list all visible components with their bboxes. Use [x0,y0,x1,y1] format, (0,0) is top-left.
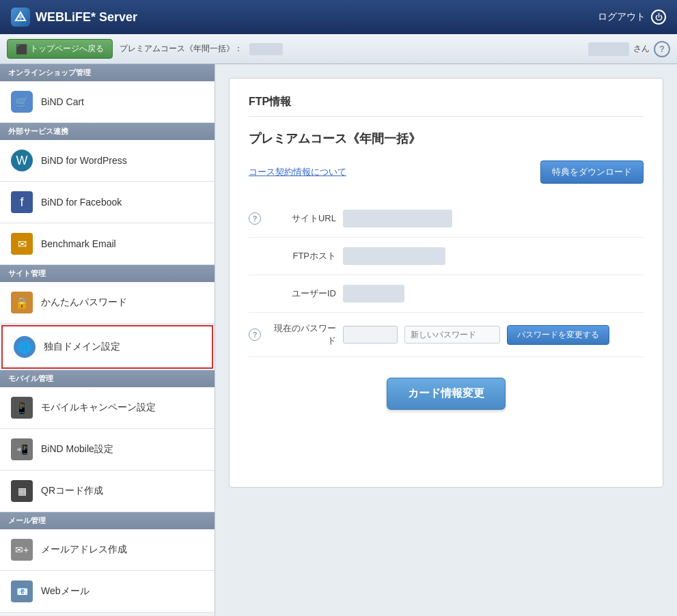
password-label: 現在のパスワード [268,322,336,347]
qr-icon: ▦ [11,480,33,502]
sidebar-item-bind-facebook[interactable]: f BiND for Facebook [0,182,215,223]
svg-point-1 [18,15,23,19]
header: WEBLiFE* Server ログアウト ⏻ [0,0,677,34]
sidebar-section-site: サイト管理 [0,265,215,282]
form-row-password: ? 現在のパスワード パスワードを変更する [249,313,644,357]
logout-label: ログアウト [598,11,646,23]
sidebar-item-bind-wordpress[interactable]: W BiND for WordPress [0,140,215,182]
form-row-user-id: ユーザーID [249,275,644,313]
site-url-help-icon[interactable]: ? [249,212,261,225]
card-btn-row: カード情報変更 [249,378,644,410]
password-help-icon[interactable]: ? [249,328,261,341]
domain-icon: 🌐 [14,336,36,358]
user-san: さん [633,43,650,55]
site-url-label: サイトURL [268,212,336,225]
email-icon: ✉ [11,233,33,255]
sidebar-item-bind-mobile[interactable]: 📲 BiND Mobile設定 [0,429,215,471]
sidebar-section-external: 外部サービス連携 [0,123,215,140]
user-name [588,42,629,56]
sidebar-item-easy-password[interactable]: 🔒 かんたんパスワード [0,282,215,324]
content-title: FTP情報 [249,95,644,117]
logo-icon [11,8,30,27]
change-password-button[interactable]: パスワードを変更する [507,325,609,345]
breadcrumb-value [249,43,283,55]
webmail-icon: 📧 [11,580,33,602]
cart-icon: 🛒 [11,91,33,113]
sidebar: オンラインショップ管理 🛒 BiND Cart 外部サービス連携 W BiND … [0,64,215,616]
sidebar-section-online-shop: オンラインショップ管理 [0,64,215,81]
help-button[interactable]: ? [654,41,670,57]
toolbar: ⬛ トップページへ戻る プレミアムコース《年間一括》： さん ? [0,34,677,64]
card-change-button[interactable]: カード情報変更 [387,378,506,410]
sidebar-section-mobile: モバイル管理 [0,370,215,387]
lock-icon: 🔒 [11,292,33,313]
content-panel: FTP情報 プレミアムコース《年間一括》 コース契約情報について 特典をダウンロ… [229,78,663,488]
logout-button[interactable]: ⏻ [651,10,666,25]
ftp-host-label: FTPホスト [268,250,336,262]
sidebar-item-mobile-campaign[interactable]: 📱 モバイルキャンペーン設定 [0,387,215,429]
user-id-value [343,285,404,303]
content-subtitle: プレミアムコース《年間一括》 [249,130,644,147]
site-url-value [343,210,452,227]
main-layout: オンラインショップ管理 🛒 BiND Cart 外部サービス連携 W BiND … [0,64,677,616]
breadcrumb-label: プレミアムコース《年間一括》： [120,43,243,55]
sidebar-item-webmail[interactable]: 📧 Webメール [0,571,215,613]
sidebar-item-qr-code[interactable]: ▦ QRコード作成 [0,471,215,512]
facebook-icon: f [11,191,33,213]
logout-area: ログアウト ⏻ [598,10,666,25]
back-icon: ⬛ [16,44,27,55]
course-header: コース契約情報について 特典をダウンロード [249,160,644,184]
download-button[interactable]: 特典をダウンロード [540,160,644,184]
ftp-host-value [343,247,445,265]
toolbar-right: さん ? [588,41,670,57]
course-link[interactable]: コース契約情報について [249,166,346,178]
user-id-label: ユーザーID [268,288,336,300]
sidebar-item-domain-setting[interactable]: 🌐 独自ドメイン設定 [1,325,213,369]
form-row-site-url: ? サイトURL [249,200,644,238]
sidebar-item-benchmark-email[interactable]: ✉ Benchmark Email [0,223,215,265]
sidebar-item-mail-create[interactable]: ✉+ メールアドレス作成 [0,529,215,571]
current-password-input[interactable] [343,326,398,344]
mobile-icon: 📱 [11,397,33,419]
mail-add-icon: ✉+ [11,539,33,561]
form-row-ftp-host: FTPホスト [249,238,644,275]
wordpress-icon: W [11,150,33,171]
logo-text: WEBLiFE* Server [36,10,137,25]
sidebar-section-mail: メール管理 [0,512,215,529]
back-button[interactable]: ⬛ トップページへ戻る [7,39,113,59]
sidebar-item-bind-cart[interactable]: 🛒 BiND Cart [0,81,215,123]
content-area: FTP情報 プレミアムコース《年間一括》 コース契約情報について 特典をダウンロ… [215,64,677,616]
new-password-input[interactable] [404,326,500,344]
logo: WEBLiFE* Server [11,8,137,27]
bind-mobile-icon: 📲 [11,438,33,460]
